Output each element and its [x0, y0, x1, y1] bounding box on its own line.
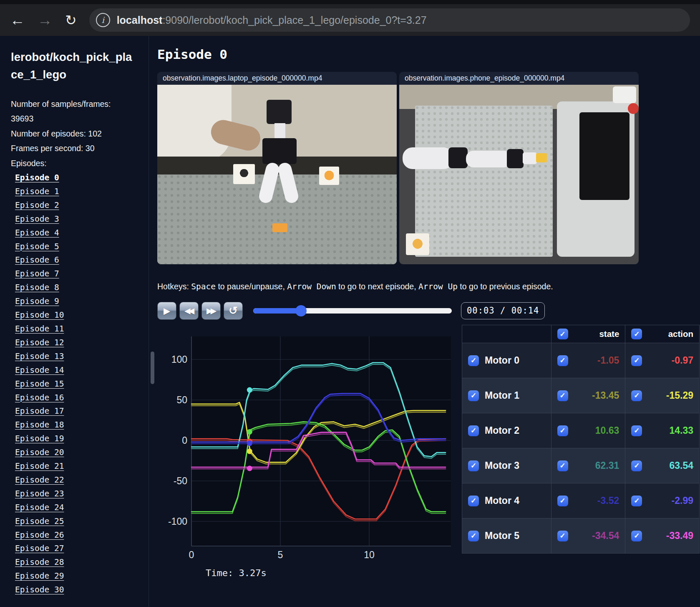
episode-link[interactable]: Episode 0	[15, 173, 59, 182]
episode-link[interactable]: Episode 9	[15, 296, 59, 306]
checkbox[interactable]: ✓	[557, 425, 568, 436]
checkbox[interactable]: ✓	[557, 531, 568, 541]
video-panel-phone: observation.images.phone_episode_000000.…	[399, 72, 639, 264]
episode-item: Episode 30	[15, 583, 143, 597]
episode-link[interactable]: Episode 28	[15, 557, 64, 567]
url-path: :9090/lerobot/koch_pick_place_1_lego/epi…	[162, 14, 426, 26]
episode-link[interactable]: Episode 19	[15, 434, 64, 443]
forward-arrow-icon[interactable]: →	[38, 13, 53, 28]
state-column-checkbox[interactable]: ✓	[557, 329, 568, 339]
scrollbar-thumb[interactable]	[151, 352, 154, 384]
robot-arm-segment-1	[403, 147, 453, 169]
episode-link[interactable]: Episode 7	[15, 269, 59, 278]
motor-action-value: -0.97	[672, 355, 693, 366]
episode-link[interactable]: Episode 2	[15, 200, 59, 210]
checkbox[interactable]: ✓	[631, 531, 642, 541]
checkbox[interactable]: ✓	[631, 460, 642, 471]
panda-card	[233, 164, 255, 184]
address-bar[interactable]: i localhost:9090/lerobot/koch_pick_place…	[89, 8, 690, 32]
motor-row: ✓Motor 3✓62.31✓63.54	[462, 448, 700, 483]
action-column-checkbox[interactable]: ✓	[631, 329, 642, 339]
episode-link[interactable]: Episode 4	[15, 228, 59, 238]
checkbox[interactable]: ✓	[631, 425, 642, 436]
motor-action-value: -33.49	[666, 530, 693, 541]
checkbox[interactable]: ✓	[557, 460, 568, 471]
url-text[interactable]: localhost:9090/lerobot/koch_pick_place_1…	[117, 14, 427, 26]
episode-link[interactable]: Episode 23	[15, 489, 64, 498]
episode-link[interactable]: Episode 5	[15, 242, 59, 251]
y-tick-label: 100	[171, 354, 187, 365]
rewind-button[interactable]: ◀◀	[179, 302, 199, 320]
episode-item: Episode 23	[15, 487, 143, 501]
hotkey-space: Space	[191, 282, 216, 291]
episode-link[interactable]: Episode 14	[15, 365, 64, 375]
episode-item: Episode 18	[15, 418, 143, 432]
checkbox[interactable]: ✓	[468, 460, 479, 471]
episode-link[interactable]: Episode 10	[15, 310, 64, 320]
checkbox[interactable]: ✓	[631, 355, 642, 366]
episode-link[interactable]: Episode 25	[15, 516, 64, 526]
episode-item: Episode 16	[15, 391, 143, 405]
episode-link[interactable]: Episode 24	[15, 503, 64, 512]
checkbox[interactable]: ✓	[557, 496, 568, 506]
slider-thumb[interactable]	[295, 305, 307, 316]
dataset-title: lerobot/koch_pick_place_1_lego	[11, 48, 136, 83]
episode-item: Episode 10	[15, 309, 143, 322]
hotkey-arrow-down: Arrow Down	[287, 282, 336, 291]
episode-link[interactable]: Episode 22	[15, 475, 64, 485]
episode-item: Episode 2	[15, 199, 143, 212]
checkbox[interactable]: ✓	[468, 425, 479, 436]
episode-item: Episode 19	[15, 432, 143, 446]
episode-link[interactable]: Episode 27	[15, 544, 64, 553]
current-time-marker-motor-1	[247, 449, 252, 454]
checkbox[interactable]: ✓	[631, 390, 642, 401]
episode-link[interactable]: Episode 1	[15, 187, 59, 196]
play-icon: ▶	[164, 306, 170, 316]
x-tick-label: 5	[278, 549, 283, 560]
episode-link[interactable]: Episode 8	[15, 283, 59, 292]
checkbox[interactable]: ✓	[468, 390, 479, 401]
episode-link[interactable]: Episode 29	[15, 571, 64, 581]
back-arrow-icon[interactable]: ←	[10, 13, 25, 28]
phone-video[interactable]	[399, 85, 639, 264]
robot-arm-gripper	[523, 152, 537, 164]
y-tick-label: 50	[176, 395, 187, 405]
checkbox[interactable]: ✓	[468, 496, 479, 506]
fast-forward-button[interactable]: ▶▶	[201, 302, 221, 320]
reload-icon[interactable]: ↻	[65, 13, 77, 27]
motor-action-value: 14.33	[669, 425, 693, 436]
episode-link[interactable]: Episode 20	[15, 448, 64, 457]
episode-item: Episode 7	[15, 267, 143, 281]
seek-slider[interactable]	[253, 308, 452, 314]
episode-link[interactable]: Episode 11	[15, 324, 64, 334]
episode-link[interactable]: Episode 30	[15, 585, 64, 594]
motor-state-value: -13.45	[592, 390, 619, 401]
episode-link[interactable]: Episode 26	[15, 530, 64, 540]
episode-item: Episode 6	[15, 253, 143, 267]
episode-item: Episode 3	[15, 212, 143, 226]
episode-item: Episode 8	[15, 281, 143, 295]
motors-chart[interactable]: 100500-50-1000510	[157, 325, 454, 561]
episode-link[interactable]: Episode 3	[15, 214, 59, 224]
episode-link[interactable]: Episode 6	[15, 255, 59, 265]
episode-link[interactable]: Episode 15	[15, 379, 64, 389]
play-button[interactable]: ▶	[157, 302, 176, 320]
site-info-icon[interactable]: i	[96, 13, 110, 27]
episode-link[interactable]: Episode 12	[15, 338, 64, 347]
episode-link[interactable]: Episode 16	[15, 393, 64, 402]
checkbox[interactable]: ✓	[468, 355, 479, 366]
episode-link[interactable]: Episode 21	[15, 461, 64, 471]
checkbox[interactable]: ✓	[631, 496, 642, 506]
page-title: Episode 0	[157, 47, 700, 62]
episode-link[interactable]: Episode 17	[15, 406, 64, 416]
checkbox[interactable]: ✓	[557, 355, 568, 366]
loop-button[interactable]: ↺	[224, 302, 243, 320]
video-panel-laptop: observation.images.laptop_episode_000000…	[157, 72, 397, 264]
checkbox[interactable]: ✓	[468, 531, 479, 541]
episode-link[interactable]: Episode 18	[15, 420, 64, 430]
checkbox[interactable]: ✓	[557, 390, 568, 401]
episode-link[interactable]: Episode 13	[15, 352, 64, 361]
laptop-video[interactable]	[157, 85, 397, 264]
episode-list: Episode 0Episode 1Episode 2Episode 3Epis…	[11, 171, 143, 597]
motor-table-body: ✓Motor 0✓-1.05✓-0.97✓Motor 1✓-13.45✓-15.…	[462, 343, 700, 554]
